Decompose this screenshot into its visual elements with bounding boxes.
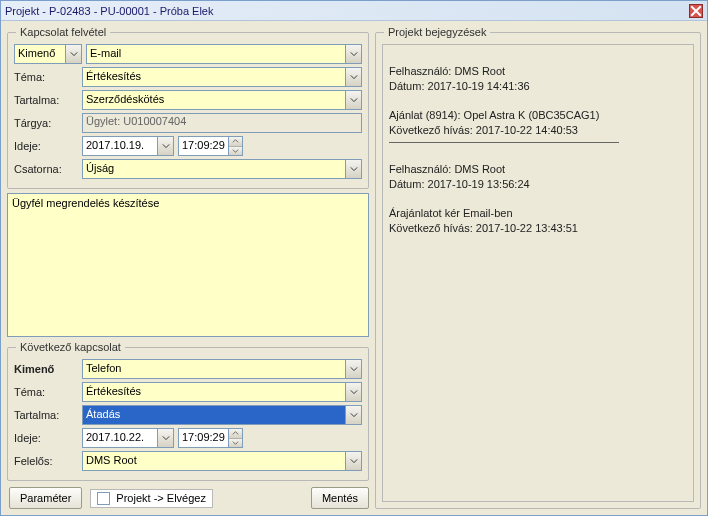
next-direction-label: Kimenő [14, 363, 78, 375]
chevron-down-icon[interactable] [65, 44, 82, 64]
entry-date: Dátum: 2017-10-19 13:56:24 [389, 178, 530, 190]
entry-line: Árajánlatot kér Email-ben [389, 207, 513, 219]
complete-checkbox-wrap[interactable]: Projekt -> Elvégez [90, 489, 213, 508]
next-topic-select[interactable]: Értékesítés [82, 382, 362, 402]
next-direction-value: Telefon [82, 359, 345, 379]
window-title: Projekt - P-02483 - PU-00001 - Próba Ele… [5, 5, 689, 17]
time-spinner[interactable]: 17:09:29 [178, 136, 254, 156]
next-contact-groupbox: Következő kapcsolat Kimenő Telefon Téma:… [7, 341, 369, 481]
date-value: 2017.10.19. [82, 136, 157, 156]
owner-label: Felelős: [14, 455, 78, 467]
chevron-down-icon[interactable] [157, 428, 174, 448]
medium-label: Csatorna: [14, 163, 78, 175]
contact-legend: Kapcsolat felvétel [16, 26, 110, 38]
next-time-label: Ideje: [14, 432, 78, 444]
chevron-down-icon[interactable] [157, 136, 174, 156]
entry-user: Felhasználó: DMS Root [389, 65, 505, 77]
entries-groupbox: Projekt bejegyzések Felhasználó: DMS Roo… [375, 26, 701, 509]
entry-line: Ajánlat (8914): Opel Astra K (0BC35CAG1) [389, 109, 599, 121]
chevron-down-icon[interactable] [345, 359, 362, 379]
owner-value: DMS Root [82, 451, 345, 471]
chevron-down-icon[interactable] [345, 90, 362, 110]
next-date-value: 2017.10.22. [82, 428, 157, 448]
channel-type-select[interactable]: E-mail [86, 44, 362, 64]
next-topic-label: Téma: [14, 386, 78, 398]
next-content-select[interactable]: Átadás [82, 405, 362, 425]
contact-groupbox: Kapcsolat felvétel Kimenő E-mail [7, 26, 369, 189]
chevron-up-icon[interactable] [229, 429, 242, 439]
content-label: Tartalma: [14, 94, 78, 106]
next-time-value: 17:09:29 [178, 428, 228, 448]
subject-field: Ügylet: U010007404 [82, 113, 362, 133]
entries-list[interactable]: Felhasználó: DMS Root Dátum: 2017-10-19 … [382, 44, 694, 502]
left-column: Kapcsolat felvétel Kimenő E-mail [7, 26, 369, 509]
next-content-label: Tartalma: [14, 409, 78, 421]
content-select[interactable]: Szerződéskötés [82, 90, 362, 110]
direction-value: Kimenő [14, 44, 65, 64]
chevron-down-icon[interactable] [345, 382, 362, 402]
chevron-down-icon[interactable] [345, 44, 362, 64]
entry-line: Következő hívás: 2017-10-22 14:40:53 [389, 124, 578, 136]
entry-line: Következő hívás: 2017-10-22 13:43:51 [389, 222, 578, 234]
client-area: Kapcsolat felvétel Kimenő E-mail [1, 22, 707, 515]
next-direction-select[interactable]: Telefon [82, 359, 362, 379]
next-topic-value: Értékesítés [82, 382, 345, 402]
time-label: Ideje: [14, 140, 78, 152]
entries-legend: Projekt bejegyzések [384, 26, 490, 38]
next-time-spinner[interactable]: 17:09:29 [178, 428, 254, 448]
next-contact-legend: Következő kapcsolat [16, 341, 125, 353]
save-button[interactable]: Mentés [311, 487, 369, 509]
chevron-down-icon[interactable] [345, 67, 362, 87]
date-picker[interactable]: 2017.10.19. [82, 136, 174, 156]
complete-checkbox-label: Projekt -> Elvégez [116, 492, 206, 504]
project-window: Projekt - P-02483 - PU-00001 - Próba Ele… [0, 0, 708, 516]
close-icon[interactable] [689, 4, 703, 18]
bottom-button-row: Paraméter Projekt -> Elvégez Mentés [7, 485, 369, 509]
chevron-down-icon[interactable] [229, 439, 242, 448]
chevron-up-icon[interactable] [229, 137, 242, 147]
next-content-value: Átadás [82, 405, 345, 425]
topic-value: Értékesítés [82, 67, 345, 87]
owner-select[interactable]: DMS Root [82, 451, 362, 471]
chevron-down-icon[interactable] [345, 405, 362, 425]
entry-divider [389, 142, 619, 143]
entry-user: Felhasználó: DMS Root [389, 163, 505, 175]
note-textarea[interactable] [7, 193, 369, 337]
topic-label: Téma: [14, 71, 78, 83]
parameter-button[interactable]: Paraméter [9, 487, 82, 509]
content-value: Szerződéskötés [82, 90, 345, 110]
next-date-picker[interactable]: 2017.10.22. [82, 428, 174, 448]
chevron-down-icon[interactable] [345, 159, 362, 179]
medium-value: Újság [82, 159, 345, 179]
checkbox-icon[interactable] [97, 492, 110, 505]
subject-label: Tárgya: [14, 117, 78, 129]
right-column: Projekt bejegyzések Felhasználó: DMS Roo… [375, 26, 701, 509]
titlebar: Projekt - P-02483 - PU-00001 - Próba Ele… [1, 1, 707, 21]
direction-select[interactable]: Kimenő [14, 44, 82, 64]
channel-type-value: E-mail [86, 44, 345, 64]
time-value: 17:09:29 [178, 136, 228, 156]
entry-date: Dátum: 2017-10-19 14:41:36 [389, 80, 530, 92]
medium-select[interactable]: Újság [82, 159, 362, 179]
chevron-down-icon[interactable] [229, 147, 242, 156]
chevron-down-icon[interactable] [345, 451, 362, 471]
topic-select[interactable]: Értékesítés [82, 67, 362, 87]
